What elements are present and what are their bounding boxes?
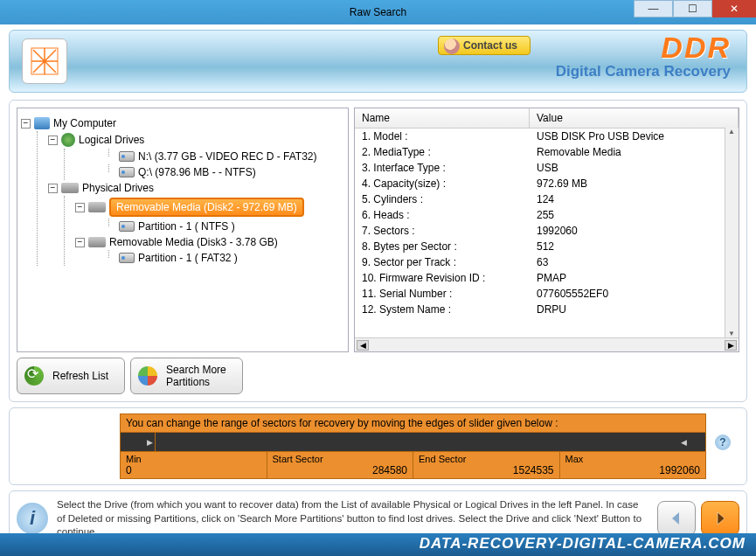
end-label: End Sector (419, 454, 554, 464)
property-row[interactable]: 7. Sectors :1992060 (355, 223, 739, 239)
property-row[interactable]: 11. Serial Number :077605552EF0 (355, 286, 739, 302)
prop-value: PMAP (537, 272, 732, 284)
prop-name: 7. Sectors : (362, 225, 537, 237)
hdd-icon (88, 237, 106, 247)
contact-label: Contact us (463, 39, 517, 52)
close-button[interactable]: ✕ (712, 0, 756, 17)
next-button[interactable] (701, 501, 739, 536)
disk-icon (119, 151, 135, 162)
maximize-button[interactable]: ☐ (673, 0, 712, 17)
collapse-icon[interactable]: − (48, 136, 58, 145)
sector-range-panel: You can change the range of sectors for … (9, 407, 747, 485)
col-name[interactable]: Name (355, 108, 530, 128)
min-value: 0 (126, 464, 261, 476)
property-row[interactable]: 6. Heads :255 (355, 207, 739, 223)
physical-drives-label[interactable]: Physical Drives (82, 182, 154, 194)
property-row[interactable]: 8. Bytes per Sector :512 (355, 239, 739, 254)
property-row[interactable]: 3. Interface Type :USB (355, 160, 739, 176)
disk-icon (119, 167, 135, 177)
app-logo (22, 38, 67, 84)
max-value: 1992060 (565, 464, 701, 476)
end-value: 1524535 (419, 464, 554, 476)
titlebar: Raw Search — ☐ ✕ (0, 0, 756, 24)
refresh-icon (24, 366, 44, 386)
drive-n[interactable]: N:\ (3.77 GB - VIDEO REC D - FAT32) (138, 150, 317, 163)
prop-value: DRPU (537, 303, 732, 316)
header-band: Contact us DDR Digital Camera Recovery (9, 30, 747, 93)
prop-value: Removable Media (537, 146, 732, 158)
back-button[interactable] (657, 501, 696, 536)
prop-name: 5. Cylinders : (362, 193, 537, 205)
collapse-icon[interactable]: − (75, 203, 85, 212)
property-row[interactable]: 10. Firmware Revision ID :PMAP (355, 270, 739, 286)
min-label: Min (126, 454, 261, 464)
logical-drives-label[interactable]: Logical Drives (79, 134, 144, 146)
disk-icon (119, 221, 135, 232)
prop-value: 1992060 (537, 225, 732, 237)
computer-icon (34, 117, 50, 129)
drive-tree[interactable]: −My Computer −Logical Drives N:\ (3.77 G… (17, 108, 349, 352)
partition-fat32[interactable]: Partition - 1 ( FAT32 ) (138, 252, 238, 264)
prop-value: 124 (537, 193, 732, 205)
brand-subtitle: Digital Camera Recovery (556, 63, 731, 80)
prop-name: 1. Model : (362, 130, 537, 142)
properties-header: Name Value (355, 108, 739, 129)
prop-value: USB DISK Pro USB Device (537, 130, 732, 142)
max-label: Max (565, 454, 701, 464)
removable-disk3[interactable]: Removable Media (Disk3 - 3.78 GB) (109, 236, 278, 248)
refresh-label: Refresh List (52, 370, 108, 382)
prop-name: 4. Capacity(size) : (362, 177, 537, 190)
sector-slider[interactable] (120, 433, 706, 452)
partition-ntfs[interactable]: Partition - 1 ( NTFS ) (138, 220, 235, 233)
property-row[interactable]: 9. Sector per Track :63 (355, 254, 739, 270)
prop-name: 3. Interface Type : (362, 162, 537, 174)
slider-handle-right[interactable] (679, 433, 705, 451)
property-row[interactable]: 4. Capacity(size) :972.69 MB (355, 176, 739, 191)
hdd-icon (61, 183, 79, 193)
col-value[interactable]: Value (530, 108, 739, 128)
contact-us-button[interactable]: Contact us (438, 36, 531, 55)
prop-name: 2. MediaType : (362, 146, 537, 158)
horizontal-scrollbar[interactable]: ◀▶ (355, 337, 739, 351)
search-more-partitions-button[interactable]: Search More Partitions (130, 358, 243, 394)
property-row[interactable]: 1. Model :USB DISK Pro USB Device (355, 129, 739, 144)
collapse-icon[interactable]: − (21, 119, 31, 129)
brand-main: DDR (556, 34, 731, 61)
hdd-icon (88, 202, 106, 212)
help-icon[interactable]: ? (715, 434, 731, 450)
drives-icon (61, 133, 75, 147)
prop-name: 9. Sector per Track : (362, 256, 537, 268)
start-value: 284580 (273, 464, 408, 476)
main-panel: −My Computer −Logical Drives N:\ (3.77 G… (9, 100, 747, 402)
prop-name: 11. Serial Number : (362, 288, 537, 300)
removable-disk2[interactable]: Removable Media (Disk2 - 972.69 MB) (109, 198, 304, 217)
tree-root[interactable]: My Computer (53, 117, 116, 129)
prop-name: 12. System Name : (362, 303, 537, 316)
collapse-icon[interactable]: − (75, 238, 85, 247)
brand-block: DDR Digital Camera Recovery (556, 34, 731, 80)
sector-hint: You can change the range of sectors for … (120, 414, 706, 433)
prop-value: 512 (537, 240, 732, 253)
slider-track[interactable] (156, 433, 679, 451)
property-row[interactable]: 2. MediaType :Removable Media (355, 144, 739, 160)
prop-name: 6. Heads : (362, 209, 537, 221)
info-icon: i (17, 503, 48, 534)
prop-value: 972.69 MB (537, 177, 732, 190)
prop-value: 077605552EF0 (537, 288, 732, 300)
vertical-scrollbar[interactable] (725, 128, 739, 337)
properties-panel: Name Value 1. Model :USB DISK Pro USB De… (354, 108, 739, 352)
window-title: Raw Search (350, 6, 406, 18)
minimize-button[interactable]: — (634, 0, 673, 17)
properties-body[interactable]: 1. Model :USB DISK Pro USB Device2. Medi… (355, 129, 739, 337)
disk-icon (119, 253, 135, 263)
refresh-list-button[interactable]: Refresh List (17, 358, 125, 394)
slider-handle-left[interactable] (121, 433, 156, 451)
collapse-icon[interactable]: − (48, 184, 58, 193)
property-row[interactable]: 12. System Name :DRPU (355, 302, 739, 317)
prop-value: USB (537, 162, 732, 174)
prop-value: 255 (537, 209, 732, 221)
pie-icon (138, 366, 157, 386)
property-row[interactable]: 5. Cylinders :124 (355, 191, 739, 207)
drive-q[interactable]: Q:\ (978.96 MB - - NTFS) (138, 166, 256, 178)
watermark: DATA-RECOVERY-DIGITAL-CAMERA.COM (0, 533, 756, 556)
